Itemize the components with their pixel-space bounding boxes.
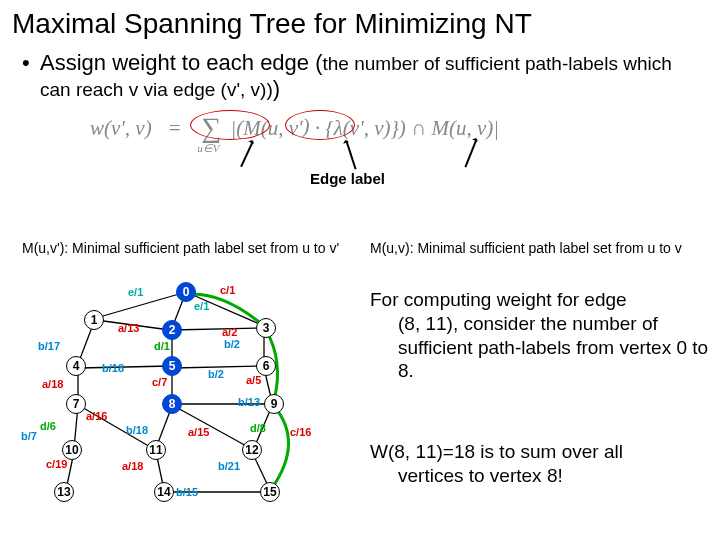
- para2-line1: W(8, 11)=18 is to sum over all: [370, 441, 623, 462]
- graph-node-4: 4: [66, 356, 86, 376]
- svg-line-4: [172, 328, 264, 330]
- edge-label: a/18: [122, 460, 143, 472]
- graph-node-11: 11: [146, 440, 166, 460]
- edge-label: b/17: [38, 340, 60, 352]
- edge-label: c/16: [290, 426, 311, 438]
- circle-annotation-1: [190, 110, 270, 140]
- graph-node-1: 1: [84, 310, 104, 330]
- edge-label: a/18: [42, 378, 63, 390]
- formula: w(v', v) = ∑u∈V |(M(u, v') · {λ(v', v)})…: [90, 112, 720, 144]
- edge-label: c/19: [46, 458, 67, 470]
- para2-line2: vertices to vertex 8!: [370, 464, 710, 488]
- edge-label: b/13: [238, 396, 260, 408]
- edge-label: b/18: [102, 362, 124, 374]
- graph-node-10: 10: [62, 440, 82, 460]
- formula-rhs3: M(u, v)|: [432, 116, 500, 141]
- graph-node-9: 9: [264, 394, 284, 414]
- graph-node-13: 13: [54, 482, 74, 502]
- arrow-icon: [345, 141, 356, 170]
- graph-node-6: 6: [256, 356, 276, 376]
- edge-label: e/1: [194, 300, 209, 312]
- bullet-text: Assign weight to each edge (: [40, 50, 323, 75]
- edge-label: a/5: [246, 374, 261, 386]
- arrow-icon: [240, 141, 253, 167]
- edge-label: d/8: [250, 422, 266, 434]
- paragraph-1: For computing weight for edge (8, 11), c…: [370, 288, 710, 383]
- edge-label: a/16: [86, 410, 107, 422]
- formula-eq: =: [167, 116, 181, 141]
- graph-node-8: 8: [162, 394, 182, 414]
- bullet-main: Assign weight to each edge (the number o…: [0, 44, 720, 104]
- graph-node-14: 14: [154, 482, 174, 502]
- slide-title: Maximal Spanning Tree for Minimizing NT: [0, 0, 720, 44]
- edge-label: b/2: [208, 368, 224, 380]
- edge-label: b/2: [224, 338, 240, 350]
- para1-line1: For computing weight for edge: [370, 289, 627, 310]
- edge-label: b/7: [21, 430, 37, 442]
- edge-label: a/2: [222, 326, 237, 338]
- circle-annotation-2: [285, 110, 355, 140]
- formula-cap: ∩: [411, 116, 426, 141]
- edge-label: d/1: [154, 340, 170, 352]
- edge-label: a/15: [188, 426, 209, 438]
- graph-node-15: 15: [260, 482, 280, 502]
- para1-line2: (8, 11), consider the number of sufficie…: [370, 312, 710, 383]
- left-definition: M(u,v'): Minimal sufficient path label s…: [22, 240, 342, 256]
- graph-node-3: 3: [256, 318, 276, 338]
- graph-diagram: 0123456789101112131415e/1c/1e/1a/13a/2b/…: [24, 282, 354, 532]
- graph-node-12: 12: [242, 440, 262, 460]
- graph-node-5: 5: [162, 356, 182, 376]
- edge-label: d/6: [40, 420, 56, 432]
- edge-label: e/1: [128, 286, 143, 298]
- svg-line-8: [80, 366, 170, 368]
- edge-label: b/21: [218, 460, 240, 472]
- graph-node-0: 0: [176, 282, 196, 302]
- svg-line-17: [174, 406, 250, 448]
- edge-label: a/13: [118, 322, 139, 334]
- edge-label: c/7: [152, 376, 167, 388]
- edge-label: c/1: [220, 284, 235, 296]
- edge-label-caption: Edge label: [310, 170, 385, 187]
- edge-label: b/15: [176, 486, 198, 498]
- formula-lhs: w(v', v): [90, 116, 152, 141]
- graph-node-7: 7: [66, 394, 86, 414]
- edge-label: b/18: [126, 424, 148, 436]
- paragraph-2: W(8, 11)=18 is to sum over all vertices …: [370, 440, 710, 488]
- right-definition: M(u,v): Minimal sufficient path label se…: [370, 240, 700, 256]
- edge-label-row: Edge label: [0, 148, 720, 182]
- graph-node-2: 2: [162, 320, 182, 340]
